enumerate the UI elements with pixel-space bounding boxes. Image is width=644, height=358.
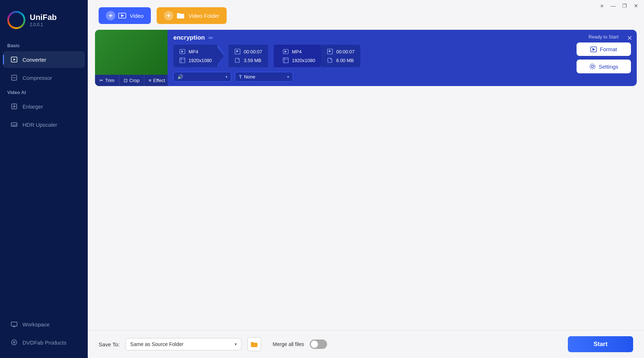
- merge-toggle[interactable]: [310, 339, 327, 349]
- sidebar-item-compressor[interactable]: Compressor: [3, 69, 85, 86]
- source-duration-icon: [234, 48, 241, 55]
- effect-button[interactable]: ≡ Effect: [144, 75, 170, 86]
- crop-icon: ⊡: [124, 78, 128, 83]
- sidebar-item-enlarger[interactable]: Enlarger: [3, 98, 85, 115]
- video-list-area: ✂ Trim ⊡ Crop ≡ Effect enc: [88, 30, 644, 330]
- start-button[interactable]: Start: [568, 336, 633, 352]
- menu-button[interactable]: ≡: [597, 1, 607, 11]
- video-thumbnail: ✂ Trim ⊡ Crop ≡ Effect: [95, 30, 168, 86]
- subtitle-chevron-icon: ▾: [287, 75, 289, 79]
- trim-button[interactable]: ✂ Trim: [95, 75, 119, 86]
- svg-marker-36: [593, 48, 595, 51]
- video-actions: ✂ Trim ⊡ Crop ≡ Effect: [95, 75, 168, 86]
- card-close-button[interactable]: ✕: [627, 34, 632, 42]
- format-button-label: Format: [600, 46, 617, 52]
- close-button[interactable]: ✕: [631, 1, 641, 11]
- dest-size-icon: [327, 57, 333, 64]
- source-format-icon: [179, 48, 186, 55]
- svg-marker-34: [329, 50, 331, 53]
- sidebar-item-compressor-label: Compressor: [22, 75, 52, 81]
- title-bar: ≡ — ❐ ✕: [597, 0, 644, 12]
- app-version: 2.0.0.1: [30, 22, 57, 27]
- svg-text:HDR: HDR: [12, 124, 17, 126]
- sidebar-item-hdr-upscaler-label: HDR Upscaler: [22, 122, 57, 128]
- dvdfab-icon: [10, 338, 18, 346]
- video-source-info: MP4 1920x1080: [173, 45, 218, 67]
- trim-label: Trim: [105, 78, 115, 83]
- sidebar: UniFab 2.0.0.1 Basic Converter Compresso…: [0, 0, 88, 358]
- source-resolution-icon: [179, 57, 186, 64]
- video-card: ✂ Trim ⊡ Crop ≡ Effect enc: [95, 30, 637, 86]
- svg-marker-1: [13, 58, 16, 61]
- save-to-label: Save To:: [99, 341, 120, 347]
- settings-button-label: Settings: [599, 64, 618, 70]
- subtitle-value: None: [244, 74, 255, 80]
- dest-format-icon: [282, 48, 289, 55]
- audio-track-select[interactable]: 🔊 ▾: [173, 72, 231, 82]
- sidebar-item-converter[interactable]: Converter: [3, 51, 85, 68]
- toolbar: Video Video Folder: [88, 0, 644, 30]
- dest-duration-icon: [327, 48, 333, 55]
- source-resolution-value: 1920x1080: [189, 58, 212, 63]
- main-content: Video Video Folder ✂: [88, 0, 644, 358]
- bottom-bar: Save To: Same as Source Folder ▾ Merge a…: [88, 330, 644, 358]
- add-folder-button[interactable]: Video Folder: [157, 7, 227, 24]
- svg-point-38: [590, 64, 595, 69]
- audio-icon: 🔊: [177, 74, 183, 80]
- add-video-button[interactable]: Video: [99, 7, 151, 24]
- sidebar-section-video-ai: Video AI: [0, 87, 88, 97]
- svg-marker-29: [285, 50, 287, 53]
- dest-duration-item: 00:00:07: [327, 48, 355, 55]
- source-duration-item: 00:00:07: [234, 48, 262, 55]
- video-name: encryption: [173, 34, 205, 41]
- thumbnail-preview: [95, 30, 168, 75]
- sidebar-item-workspace[interactable]: Workspace: [3, 316, 85, 333]
- add-video-plus-icon: [106, 11, 115, 20]
- crop-label: Crop: [129, 78, 140, 83]
- edit-title-icon[interactable]: ✏: [209, 34, 213, 41]
- trim-icon: ✂: [99, 78, 103, 83]
- hdr-upscaler-icon: HDR: [10, 121, 18, 129]
- add-video-label: Video: [130, 13, 144, 19]
- sidebar-item-dvdfab-label: DVDFab Products: [22, 339, 66, 346]
- svg-rect-9: [11, 322, 17, 326]
- format-button[interactable]: Format: [577, 42, 631, 56]
- sidebar-item-converter-label: Converter: [22, 57, 46, 63]
- sidebar-section-basic: Basic: [0, 40, 88, 50]
- save-path-select[interactable]: Same as Source Folder ▾: [125, 338, 242, 350]
- source-duration-value: 00:00:07: [244, 49, 262, 54]
- video-meta-row: MP4 1920x1080: [173, 44, 565, 68]
- video-dest-info: MP4 1920x1080: [274, 45, 321, 67]
- save-path-chevron-icon: ▾: [235, 342, 237, 347]
- minimize-button[interactable]: —: [608, 1, 619, 11]
- svg-point-12: [12, 340, 17, 345]
- subtitle-select[interactable]: T None ▾: [235, 72, 293, 82]
- workspace-icon: [10, 320, 18, 328]
- maximize-button[interactable]: ❐: [620, 1, 630, 11]
- settings-button[interactable]: Settings: [577, 60, 631, 73]
- effect-label: Effect: [153, 78, 165, 83]
- source-format-item: MP4: [179, 48, 212, 55]
- sidebar-item-dvdfab[interactable]: DVDFab Products: [3, 334, 85, 351]
- ready-to-start-label: Ready to Start: [589, 34, 619, 40]
- svg-point-13: [13, 342, 15, 343]
- media-selectors: 🔊 ▾ T None ▾: [173, 72, 565, 82]
- add-folder-label: Video Folder: [189, 13, 219, 19]
- sidebar-item-enlarger-label: Enlarger: [22, 103, 43, 110]
- dest-resolution-value: 1920x1080: [292, 58, 315, 63]
- svg-marker-27: [236, 50, 239, 53]
- video-title-row: encryption ✏: [173, 34, 565, 41]
- source-size-icon: [234, 57, 241, 64]
- toggle-knob: [311, 341, 318, 348]
- source-resolution-item: 1920x1080: [179, 57, 212, 64]
- crop-button[interactable]: ⊡ Crop: [119, 75, 144, 86]
- folder-browse-button[interactable]: [247, 337, 261, 351]
- source-format-value: MP4: [189, 49, 198, 54]
- dest-size-item: 6.00 MB: [327, 57, 355, 64]
- sidebar-item-workspace-label: Workspace: [22, 321, 50, 328]
- app-logo-icon: [7, 11, 25, 29]
- effect-icon: ≡: [149, 78, 152, 83]
- video-info: encryption ✏: [168, 30, 571, 86]
- logo-text: UniFab 2.0.0.1: [30, 13, 57, 27]
- sidebar-item-hdr-upscaler[interactable]: HDR HDR Upscaler: [3, 116, 85, 133]
